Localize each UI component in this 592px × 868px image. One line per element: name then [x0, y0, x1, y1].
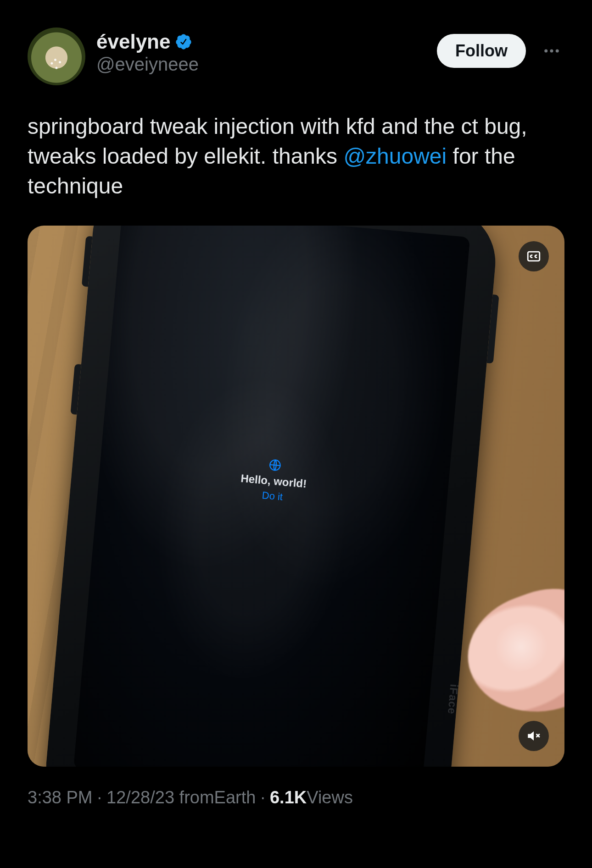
- avatar[interactable]: [28, 28, 85, 85]
- speaker-muted-icon: [526, 728, 542, 744]
- user-handle[interactable]: @eveiyneee: [96, 54, 426, 75]
- display-name: évelyne: [96, 30, 170, 53]
- tweet-text: springboard tweak injection with kfd and…: [28, 112, 564, 201]
- phone-case-brand: iFace: [445, 684, 461, 715]
- separator-dot: ·: [93, 788, 107, 807]
- tweet-media-video[interactable]: iFace Hello, world! Do it: [28, 226, 564, 767]
- phone-in-video: iFace Hello, world! Do it: [42, 226, 500, 767]
- header-actions: Follow: [437, 28, 564, 68]
- phone-screen-line1: Hello, world!: [240, 472, 307, 490]
- captions-button[interactable]: [519, 241, 549, 271]
- svg-point-1: [550, 50, 553, 53]
- phone-screen-content: Hello, world! Do it: [98, 443, 449, 517]
- tweet-location[interactable]: Earth: [214, 788, 256, 807]
- mute-button[interactable]: [519, 721, 549, 751]
- verified-badge-icon: [175, 33, 192, 50]
- views-count[interactable]: 6.1K: [270, 788, 307, 807]
- follow-button[interactable]: Follow: [437, 34, 526, 68]
- more-options-button[interactable]: [539, 38, 564, 64]
- phone-screen: Hello, world! Do it: [73, 226, 470, 767]
- svg-point-0: [544, 50, 547, 53]
- tweet-header: évelyne @eveiyneee Follow: [28, 28, 564, 85]
- separator-dot: ·: [256, 788, 270, 807]
- tweet-date[interactable]: 12/28/23: [106, 788, 174, 807]
- phone-screen-line2: Do it: [262, 489, 283, 503]
- tweet-time[interactable]: 3:38 PM: [28, 788, 93, 807]
- user-name-block: évelyne @eveiyneee: [96, 28, 426, 75]
- svg-point-2: [556, 50, 559, 53]
- views-label: Views: [307, 788, 353, 807]
- tweet-metadata: 3:38 PM · 12/28/23 from Earth · 6.1K Vie…: [28, 788, 564, 807]
- ellipsis-icon: [542, 41, 561, 61]
- tweet-container: évelyne @eveiyneee Follow springboard tw…: [0, 0, 592, 807]
- svg-rect-4: [528, 252, 540, 261]
- location-prefix: from: [179, 788, 214, 807]
- globe-icon: [268, 458, 283, 473]
- mention-link[interactable]: @zhuowei: [343, 144, 447, 168]
- captions-icon: [526, 249, 542, 264]
- display-name-row[interactable]: évelyne: [96, 30, 426, 53]
